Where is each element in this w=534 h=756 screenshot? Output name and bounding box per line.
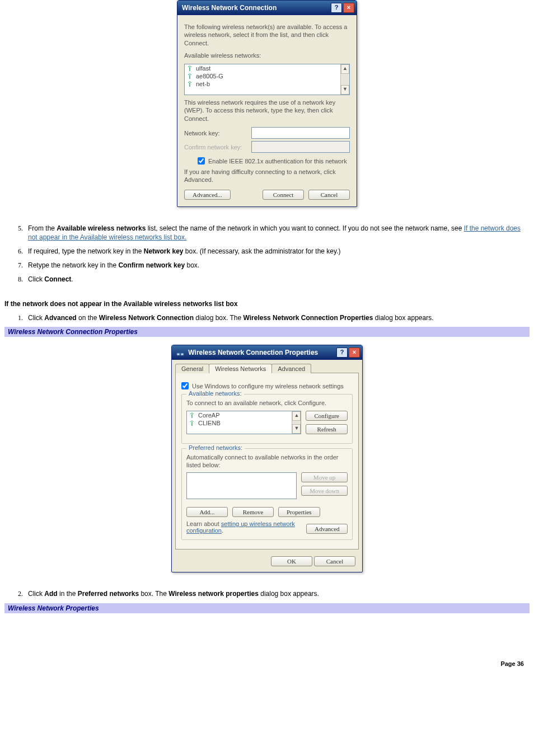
use-windows-label: Use Windows to configure my wireless net… bbox=[192, 383, 344, 389]
page-number: Page 36 bbox=[0, 638, 534, 675]
network-item[interactable]: ae8005-G bbox=[185, 72, 349, 80]
wireless-network-connection-properties-dialog: Wireless Network Connection Properties ?… bbox=[171, 345, 363, 572]
svg-rect-4 bbox=[181, 353, 184, 355]
antenna-icon bbox=[187, 65, 193, 71]
antenna-icon bbox=[189, 420, 195, 426]
move-up-button: Move up bbox=[301, 472, 348, 482]
advanced-button[interactable]: Advanced bbox=[306, 524, 348, 534]
scrollbar[interactable]: ▲ ▼ bbox=[292, 411, 301, 434]
preferred-networks-group: Preferred networks: Automatically connec… bbox=[181, 448, 353, 541]
cancel-button[interactable]: Cancel bbox=[308, 190, 350, 200]
help-icon[interactable]: ? bbox=[331, 3, 342, 13]
svg-rect-3 bbox=[177, 353, 180, 355]
instruction-list: Click Add in the Preferred networks box.… bbox=[4, 589, 530, 599]
connect-button[interactable]: Connect bbox=[263, 190, 304, 200]
use-windows-checkbox[interactable] bbox=[181, 382, 189, 389]
add-button[interactable]: Add... bbox=[186, 507, 228, 517]
dialog-titlebar: Wireless Network Connection ? × bbox=[177, 1, 357, 15]
section-bar: Wireless Network Connection Properties bbox=[4, 327, 530, 337]
tab-general[interactable]: General bbox=[175, 364, 209, 373]
instruction-step: Click Add in the Preferred networks box.… bbox=[25, 589, 530, 599]
group-title: Available networks: bbox=[186, 390, 244, 397]
network-item[interactable]: net-b bbox=[185, 80, 349, 88]
tab-panel: Use Windows to configure my wireless net… bbox=[175, 373, 359, 550]
scroll-up-icon[interactable]: ▲ bbox=[341, 64, 349, 74]
move-down-button: Move down bbox=[301, 486, 348, 496]
properties-button[interactable]: Properties bbox=[278, 507, 320, 517]
dialog-title: Wireless Network Connection Properties bbox=[188, 349, 318, 356]
scroll-down-icon[interactable]: ▼ bbox=[341, 85, 349, 95]
dialog-title: Wireless Network Connection bbox=[182, 4, 277, 12]
ok-button[interactable]: OK bbox=[271, 556, 312, 566]
instruction-step: Retype the network key in the Confirm ne… bbox=[25, 261, 530, 270]
confirm-key-input bbox=[251, 141, 350, 153]
network-item[interactable]: CLIENB bbox=[187, 419, 301, 427]
group-instruction: Automatically connect to available netwo… bbox=[186, 453, 348, 469]
antenna-icon bbox=[189, 412, 195, 418]
wep-text: This wireless network requires the use o… bbox=[184, 98, 350, 123]
wireless-network-connection-dialog: Wireless Network Connection ? × The foll… bbox=[177, 0, 357, 207]
advanced-button[interactable]: Advanced... bbox=[184, 190, 231, 200]
group-title: Preferred networks: bbox=[186, 444, 245, 451]
section-bar: Wireless Network Properties bbox=[4, 603, 530, 613]
remove-button[interactable]: Remove bbox=[232, 507, 274, 517]
scroll-down-icon[interactable]: ▼ bbox=[292, 424, 301, 434]
difficulty-text: If you are having difficulty connecting … bbox=[184, 168, 350, 184]
network-key-label: Network key: bbox=[184, 130, 251, 137]
instruction-step: From the Available wireless networks lis… bbox=[25, 224, 530, 243]
antenna-icon bbox=[187, 81, 193, 87]
instruction-step: If required, type the network key in the… bbox=[25, 247, 530, 256]
tab-wireless-networks[interactable]: Wireless Networks bbox=[209, 364, 272, 373]
network-item[interactable]: ulfast bbox=[185, 64, 349, 72]
available-networks-group: Available networks: To connect to an ava… bbox=[181, 394, 353, 443]
subsection-heading: If the network does not appear in the Av… bbox=[4, 300, 530, 308]
antenna-icon bbox=[187, 73, 193, 79]
available-networks-list[interactable]: CoreAP CLIENB ▲ ▼ bbox=[186, 411, 301, 434]
help-icon[interactable]: ? bbox=[336, 348, 348, 358]
available-networks-label: Available wireless networks: bbox=[184, 51, 350, 59]
tab-advanced[interactable]: Advanced bbox=[271, 364, 311, 373]
instruction-step: Click Advanced on the Wireless Network C… bbox=[25, 313, 530, 323]
enable-8021x-label: Enable IEEE 802.1x authentication for th… bbox=[208, 158, 347, 165]
group-instruction: To connect to an available network, clic… bbox=[186, 399, 348, 407]
instruction-list: From the Available wireless networks lis… bbox=[4, 224, 530, 284]
instruction-step: Click Connect. bbox=[25, 275, 530, 284]
instruction-list: Click Advanced on the Wireless Network C… bbox=[4, 313, 530, 323]
network-icon bbox=[176, 349, 184, 357]
scrollbar[interactable]: ▲ ▼ bbox=[340, 64, 349, 95]
tab-strip: General Wireless Networks Advanced bbox=[175, 363, 359, 373]
refresh-button[interactable]: Refresh bbox=[306, 424, 348, 434]
network-key-input[interactable] bbox=[251, 127, 350, 139]
dialog-titlebar: Wireless Network Connection Properties ?… bbox=[172, 345, 362, 360]
close-icon[interactable]: × bbox=[349, 348, 360, 358]
preferred-networks-list[interactable] bbox=[186, 472, 297, 499]
configure-button[interactable]: Configure bbox=[306, 411, 348, 421]
close-icon[interactable]: × bbox=[343, 3, 354, 13]
cancel-button[interactable]: Cancel bbox=[314, 556, 355, 566]
dialog-intro-text: The following wireless network(s) are av… bbox=[184, 23, 350, 47]
confirm-key-label: Confirm network key: bbox=[184, 144, 251, 151]
enable-8021x-checkbox[interactable] bbox=[198, 157, 205, 165]
available-networks-list[interactable]: ulfast ae8005-G net-b ▲ ▼ bbox=[184, 64, 350, 95]
network-item[interactable]: CoreAP bbox=[187, 411, 301, 419]
scroll-up-icon[interactable]: ▲ bbox=[292, 411, 301, 421]
